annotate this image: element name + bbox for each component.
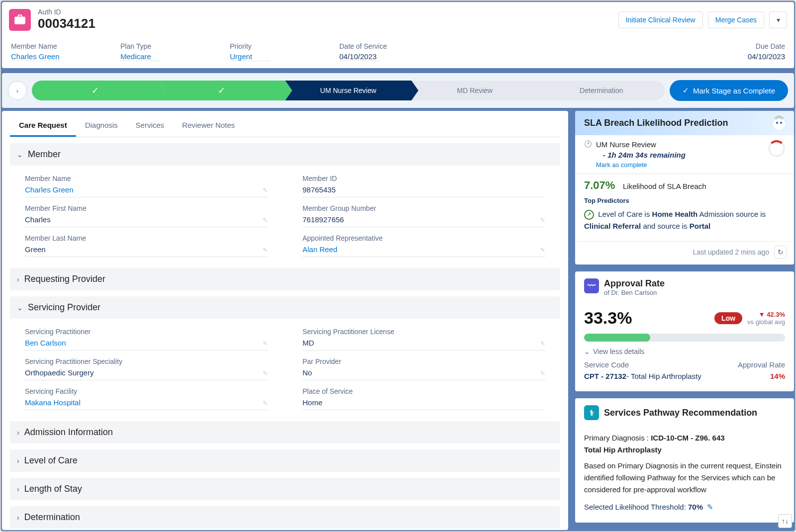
- section-member[interactable]: ⌄ Member: [10, 143, 560, 166]
- check-icon: ✓: [218, 85, 225, 96]
- tab-care-request[interactable]: Care Request: [10, 114, 76, 137]
- stage-complete-1[interactable]: ✓: [32, 81, 158, 100]
- view-less-details-toggle[interactable]: ⌄ View less details: [584, 348, 785, 355]
- field-label: Plan Type: [120, 42, 210, 50]
- chevron-right-icon: ›: [17, 514, 19, 522]
- field-label: Member Name: [11, 42, 100, 50]
- field-label: Member ID: [302, 175, 545, 182]
- due-date-value: 04/10/2023: [745, 52, 785, 61]
- edit-icon[interactable]: ✎: [540, 340, 545, 347]
- service-code-value: CPT - 27132- Total Hip Arthroplasty: [584, 372, 701, 380]
- edit-icon[interactable]: ✎: [263, 247, 268, 254]
- tab-services[interactable]: Services: [127, 114, 174, 137]
- par-provider-value: No: [302, 368, 312, 377]
- section-level-of-care[interactable]: ›Level of Care: [10, 449, 560, 472]
- more-actions-dropdown[interactable]: ▾: [769, 11, 787, 28]
- chevron-down-icon: ⌄: [17, 151, 23, 159]
- section-requesting-provider[interactable]: › Requesting Provider: [10, 268, 560, 290]
- chart-icon: 〰: [584, 278, 599, 293]
- section-servicing-provider[interactable]: ⌄ Servicing Provider: [10, 296, 560, 319]
- member-name-link[interactable]: Charles Green: [11, 52, 60, 61]
- svg-point-0: [773, 118, 785, 130]
- field-label: Priority: [230, 42, 319, 50]
- section-title: Servicing Provider: [28, 302, 100, 313]
- member-id-value: 98765435: [302, 185, 336, 194]
- member-name-link[interactable]: Charles Green: [25, 185, 74, 194]
- section-admission-info[interactable]: ›Admission Information: [10, 421, 560, 443]
- license-value: MD: [302, 339, 314, 347]
- speciality-value: Orthopaedic Surgery: [25, 368, 94, 377]
- chevron-right-icon: ›: [17, 275, 19, 283]
- refresh-button[interactable]: ↻: [774, 246, 787, 259]
- einstein-icon: [767, 114, 791, 138]
- field-label: Appointed Representative: [302, 234, 545, 242]
- loading-spinner-icon: [768, 140, 785, 157]
- record-type-icon: [9, 9, 31, 31]
- approval-percent: 33.3%: [584, 308, 632, 328]
- threshold-label: Selected Likelihood Threshold:: [584, 503, 688, 511]
- edit-icon[interactable]: ✎: [263, 400, 268, 407]
- field-label: Member Group Number: [302, 204, 545, 212]
- stage-pending-2[interactable]: Determination: [538, 81, 665, 100]
- tab-diagnosis[interactable]: Diagnosis: [76, 114, 127, 137]
- sla-card-title: SLA Breach Likelihood Prediction: [584, 118, 728, 128]
- service-code-header: Service Code: [584, 360, 701, 369]
- plan-type-link[interactable]: Medicare: [120, 52, 160, 61]
- section-title: Member: [28, 149, 61, 160]
- field-label: Member Name: [25, 175, 268, 182]
- svg-point-2: [780, 122, 782, 124]
- section-determination[interactable]: ›Determination: [10, 506, 560, 529]
- record-subtitle: Auth ID: [38, 8, 96, 16]
- section-title: Admission Information: [24, 427, 113, 438]
- mark-as-complete-link[interactable]: Mark as complete: [596, 161, 764, 169]
- mark-stage-complete-button[interactable]: ✓ Mark Stage as Complete: [670, 80, 788, 101]
- section-length-of-stay[interactable]: ›Length of Stay: [10, 478, 560, 500]
- priority-link[interactable]: Urgent: [230, 52, 270, 61]
- sla-stage-name: UM Nurse Review: [596, 140, 764, 149]
- facility-link[interactable]: Makana Hospital: [25, 398, 81, 407]
- delta-label: vs global avg: [747, 318, 785, 326]
- stage-expand-button[interactable]: ›: [8, 81, 27, 100]
- approval-progress-bar: [584, 334, 785, 342]
- delta-value: ▼ 42.3%: [747, 311, 785, 318]
- diag-code: ICD-10-CM - Z96. 643: [651, 434, 724, 442]
- top-predictors-heading: Top Predictors: [584, 197, 785, 204]
- stage-complete-2[interactable]: ✓: [158, 81, 285, 100]
- edit-icon[interactable]: ✎: [540, 370, 545, 377]
- edit-icon[interactable]: ✎: [263, 370, 268, 377]
- chevron-down-icon: ⌄: [17, 304, 23, 312]
- stage-pending-1[interactable]: MD Review: [411, 81, 538, 100]
- appointed-rep-link[interactable]: Alan Reed: [302, 245, 337, 254]
- group-number-value: 7618927656: [302, 215, 344, 224]
- approval-rate-value: 14%: [738, 372, 785, 380]
- sort-toggle-button[interactable]: ↑↓: [778, 514, 792, 528]
- edit-icon[interactable]: ✎: [263, 217, 268, 224]
- section-title: Level of Care: [24, 455, 78, 466]
- field-label: Place of Service: [302, 387, 545, 395]
- section-title: Determination: [24, 512, 80, 523]
- chevron-down-icon: ⌄: [584, 348, 590, 355]
- svg-point-1: [776, 122, 778, 124]
- clock-icon: 🕐: [584, 140, 592, 148]
- stage-current[interactable]: UM Nurse Review: [285, 81, 411, 100]
- initiate-clinical-review-button[interactable]: Initiate Clinical Review: [618, 11, 703, 28]
- edit-threshold-button[interactable]: ✎: [707, 503, 713, 511]
- sla-breach-label: Likelihood of SLA Breach: [623, 182, 706, 190]
- approval-rate-title: Approval Rate: [604, 278, 665, 289]
- field-label: Servicing Practitioner: [25, 328, 268, 336]
- edit-icon[interactable]: ✎: [540, 217, 545, 224]
- first-name-value: Charles: [25, 215, 51, 224]
- field-label: Servicing Facility: [25, 387, 268, 395]
- arrow-up-circle-icon: ↗: [584, 210, 594, 220]
- sla-breach-percent: 7.07%: [584, 179, 615, 191]
- section-title: Requesting Provider: [24, 274, 105, 284]
- tab-reviewer-notes[interactable]: Reviewer Notes: [173, 114, 244, 137]
- check-icon: ✓: [683, 86, 689, 95]
- edit-icon[interactable]: ✎: [540, 247, 545, 254]
- edit-icon[interactable]: ✎: [263, 187, 268, 194]
- stage-path: ✓ ✓ UM Nurse Review MD Review Determinat…: [32, 81, 665, 100]
- chevron-right-icon: ›: [17, 485, 19, 493]
- edit-icon[interactable]: ✎: [263, 340, 268, 347]
- practitioner-link[interactable]: Ben Carlson: [25, 339, 66, 347]
- merge-cases-button[interactable]: Merge Cases: [708, 11, 764, 28]
